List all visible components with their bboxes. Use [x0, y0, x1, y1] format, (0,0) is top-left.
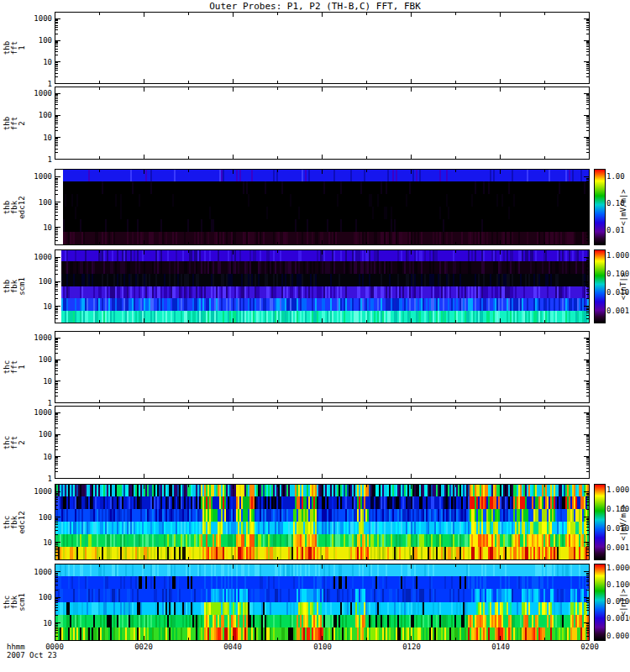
- colorbar-tick-label: 1.00: [606, 172, 625, 181]
- spectrogram-canvas-thc-fbk-scm1: [55, 564, 590, 641]
- y-tick-label: 10: [17, 377, 52, 386]
- colorbar-tick-label: 0.001: [606, 543, 629, 552]
- y-tick-label: 10: [17, 619, 52, 627]
- y-tick-label: 10: [17, 58, 52, 66]
- panel-canvas-thc-fft-2: [55, 406, 590, 479]
- y-tick-label: 100: [17, 277, 52, 286]
- x-tick-label: 0040: [220, 643, 245, 651]
- colorbar-thb-fbk-scm1: [594, 249, 606, 323]
- y-tick-label: 10: [17, 223, 52, 232]
- x-tick-label: 0100: [310, 643, 335, 651]
- y-tick-label: 1000: [17, 568, 52, 576]
- panel-canvas-thb-fft-1: [55, 12, 590, 84]
- y-tick-label: 100: [17, 513, 52, 522]
- colorbar-unit-label: <|nT|>: [620, 589, 627, 617]
- colorbar-tick-label: 0.01: [606, 226, 625, 234]
- colorbar-tick-label: 1.0000: [606, 564, 630, 572]
- y-tick-label: 100: [17, 430, 52, 438]
- time-axis-unit-label: hhmm: [7, 643, 25, 651]
- x-tick-label: 0200: [577, 643, 602, 651]
- colorbar-thc-fbk-edc12: [594, 484, 606, 560]
- spectrogram-canvas-thc-fbk-edc12: [55, 484, 590, 560]
- panel-canvas-thc-fft-1: [55, 331, 590, 403]
- y-tick-label: 10: [17, 453, 52, 461]
- colorbar-thb-fbk-edc12: [594, 169, 606, 245]
- y-tick-label: 1000: [17, 487, 52, 496]
- colorbar-tick-label: 1.000: [606, 251, 629, 260]
- y-tick-label: 100: [17, 36, 52, 45]
- y-tick-label: 100: [17, 355, 52, 364]
- colorbar-tick-label: 1.000: [606, 486, 629, 494]
- x-tick-label: 0140: [488, 643, 513, 651]
- spectrogram-canvas-thb-fbk-edc12: [55, 169, 590, 245]
- y-tick-label: 100: [17, 111, 52, 119]
- colorbar-thc-fbk-scm1: [594, 564, 606, 641]
- y-tick-label: 1: [17, 155, 52, 164]
- spectrogram-canvas-thb-fbk-scm1: [55, 249, 590, 323]
- y-tick-label: 1000: [17, 253, 52, 261]
- plot-window: Outer Probes: P1, P2 (TH-B,C) FFT, FBK h…: [0, 0, 630, 672]
- y-tick-label: 1: [17, 399, 52, 407]
- x-tick-label: 0020: [131, 643, 156, 651]
- y-tick-label: 1000: [17, 14, 52, 23]
- y-tick-label: 1: [17, 80, 52, 88]
- y-tick-label: 1000: [17, 172, 52, 181]
- y-tick-label: 10: [17, 538, 52, 547]
- colorbar-unit-label: <|mV/m|>: [620, 189, 627, 225]
- x-tick-label: 0120: [399, 643, 424, 651]
- y-tick-label: 100: [17, 198, 52, 207]
- y-tick-label: 1000: [17, 333, 52, 342]
- x-tick-label: 0000: [42, 643, 67, 651]
- y-tick-label: 10: [17, 134, 52, 142]
- colorbar-tick-label: 0.0001: [606, 632, 630, 640]
- plot-title: Outer Probes: P1, P2 (TH-B,C) FFT, FBK: [0, 1, 630, 12]
- y-tick-label: 1: [17, 475, 52, 483]
- time-axis-date-label: 2007 Oct 23: [7, 651, 57, 659]
- panel-canvas-thb-fft-2: [55, 87, 590, 160]
- y-tick-label: 1000: [17, 89, 52, 97]
- colorbar-tick-label: 0.001: [606, 307, 629, 315]
- colorbar-unit-label: <|mV/m|>: [620, 504, 627, 540]
- y-tick-label: 10: [17, 302, 52, 311]
- colorbar-unit-label: <|nT|>: [620, 273, 627, 301]
- y-tick-label: 100: [17, 593, 52, 601]
- y-tick-label: 1000: [17, 408, 52, 417]
